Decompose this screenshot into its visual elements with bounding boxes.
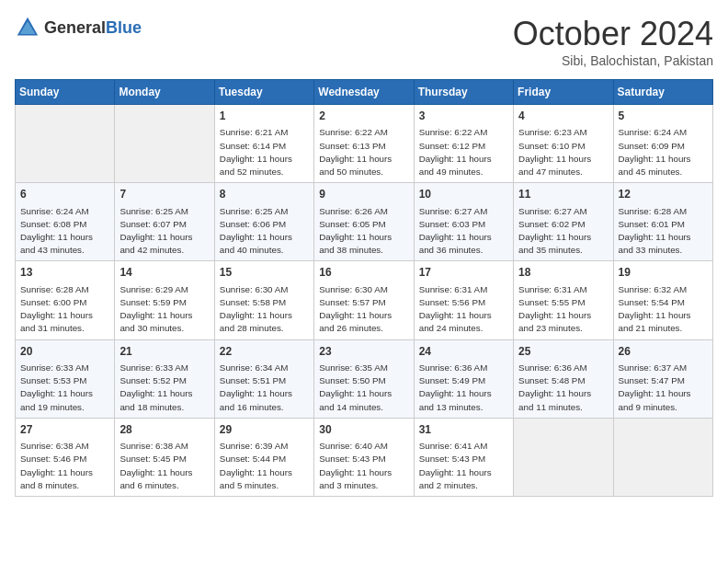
calendar-cell: 4Sunrise: 6:23 AMSunset: 6:10 PMDaylight…	[514, 105, 613, 183]
calendar-cell: 22Sunrise: 6:34 AMSunset: 5:51 PMDayligh…	[214, 339, 313, 418]
day-number: 15	[220, 265, 309, 281]
day-info: Sunrise: 6:21 AMSunset: 6:14 PMDaylight:…	[220, 126, 309, 178]
day-number: 25	[518, 344, 608, 360]
day-info: Sunrise: 6:33 AMSunset: 5:53 PMDaylight:…	[20, 362, 109, 414]
location-subtitle: Sibi, Balochistan, Pakistan	[513, 53, 713, 68]
calendar-cell: 19Sunrise: 6:32 AMSunset: 5:54 PMDayligh…	[613, 261, 712, 339]
calendar-cell: 28Sunrise: 6:38 AMSunset: 5:45 PMDayligh…	[115, 418, 214, 496]
calendar-cell: 24Sunrise: 6:36 AMSunset: 5:49 PMDayligh…	[414, 339, 513, 418]
day-info: Sunrise: 6:24 AMSunset: 6:08 PMDaylight:…	[20, 205, 109, 258]
calendar-week-row: 27Sunrise: 6:38 AMSunset: 5:46 PMDayligh…	[16, 418, 713, 496]
day-info: Sunrise: 6:31 AMSunset: 5:55 PMDaylight:…	[518, 283, 608, 336]
day-number: 1	[220, 109, 309, 124]
day-number: 27	[20, 422, 109, 438]
day-number: 7	[119, 187, 209, 202]
day-number: 19	[619, 265, 708, 281]
logo: GeneralBlue	[15, 15, 142, 40]
calendar-cell	[115, 105, 214, 183]
day-number: 30	[319, 422, 408, 438]
calendar-cell: 25Sunrise: 6:36 AMSunset: 5:48 PMDayligh…	[514, 339, 613, 418]
day-header-tuesday: Tuesday	[214, 80, 313, 105]
day-info: Sunrise: 6:29 AMSunset: 5:59 PMDaylight:…	[119, 283, 209, 336]
day-number: 2	[319, 109, 408, 124]
title-area: October 2024 Sibi, Balochistan, Pakistan	[513, 15, 713, 68]
calendar-cell: 16Sunrise: 6:30 AMSunset: 5:57 PMDayligh…	[314, 261, 414, 339]
day-info: Sunrise: 6:36 AMSunset: 5:49 PMDaylight:…	[419, 362, 508, 414]
calendar-week-row: 1Sunrise: 6:21 AMSunset: 6:14 PMDaylight…	[16, 105, 713, 183]
calendar-cell: 2Sunrise: 6:22 AMSunset: 6:13 PMDaylight…	[314, 105, 414, 183]
calendar-cell: 7Sunrise: 6:25 AMSunset: 6:07 PMDaylight…	[115, 183, 214, 261]
day-info: Sunrise: 6:22 AMSunset: 6:13 PMDaylight:…	[319, 126, 408, 178]
day-number: 28	[119, 422, 209, 438]
day-number: 24	[419, 344, 508, 360]
day-number: 16	[319, 265, 408, 281]
calendar-cell: 14Sunrise: 6:29 AMSunset: 5:59 PMDayligh…	[115, 261, 214, 339]
day-header-thursday: Thursday	[414, 80, 513, 105]
day-header-sunday: Sunday	[16, 80, 115, 105]
calendar-cell: 30Sunrise: 6:40 AMSunset: 5:43 PMDayligh…	[314, 418, 414, 496]
day-number: 9	[319, 187, 408, 202]
day-header-saturday: Saturday	[613, 80, 712, 105]
calendar-cell: 21Sunrise: 6:33 AMSunset: 5:52 PMDayligh…	[115, 339, 214, 418]
day-info: Sunrise: 6:40 AMSunset: 5:43 PMDaylight:…	[319, 440, 408, 492]
day-info: Sunrise: 6:30 AMSunset: 5:58 PMDaylight:…	[220, 283, 309, 336]
day-info: Sunrise: 6:35 AMSunset: 5:50 PMDaylight:…	[319, 362, 408, 414]
day-info: Sunrise: 6:33 AMSunset: 5:52 PMDaylight:…	[119, 362, 209, 414]
day-info: Sunrise: 6:22 AMSunset: 6:12 PMDaylight:…	[419, 126, 508, 178]
calendar-cell: 6Sunrise: 6:24 AMSunset: 6:08 PMDaylight…	[16, 183, 115, 261]
calendar-cell: 23Sunrise: 6:35 AMSunset: 5:50 PMDayligh…	[314, 339, 414, 418]
day-info: Sunrise: 6:27 AMSunset: 6:02 PMDaylight:…	[518, 205, 608, 258]
day-number: 3	[419, 109, 508, 124]
calendar-week-row: 13Sunrise: 6:28 AMSunset: 6:00 PMDayligh…	[16, 261, 713, 339]
logo-text-general: General	[44, 18, 106, 37]
day-info: Sunrise: 6:31 AMSunset: 5:56 PMDaylight:…	[419, 283, 508, 336]
month-title: October 2024	[513, 15, 713, 53]
logo-icon	[15, 15, 40, 40]
day-info: Sunrise: 6:38 AMSunset: 5:45 PMDaylight:…	[119, 440, 209, 492]
day-number: 12	[619, 187, 708, 202]
day-info: Sunrise: 6:41 AMSunset: 5:43 PMDaylight:…	[419, 440, 508, 492]
day-number: 26	[619, 344, 708, 360]
day-info: Sunrise: 6:27 AMSunset: 6:03 PMDaylight:…	[419, 205, 508, 258]
calendar-week-row: 20Sunrise: 6:33 AMSunset: 5:53 PMDayligh…	[16, 339, 713, 418]
calendar-cell: 27Sunrise: 6:38 AMSunset: 5:46 PMDayligh…	[16, 418, 115, 496]
calendar-cell	[613, 418, 712, 496]
calendar-cell: 13Sunrise: 6:28 AMSunset: 6:00 PMDayligh…	[16, 261, 115, 339]
day-info: Sunrise: 6:38 AMSunset: 5:46 PMDaylight:…	[20, 440, 109, 492]
calendar-cell	[514, 418, 613, 496]
day-number: 14	[119, 265, 209, 281]
day-info: Sunrise: 6:25 AMSunset: 6:06 PMDaylight:…	[220, 205, 309, 258]
calendar-cell: 8Sunrise: 6:25 AMSunset: 6:06 PMDaylight…	[214, 183, 313, 261]
day-info: Sunrise: 6:26 AMSunset: 6:05 PMDaylight:…	[319, 205, 408, 258]
day-number: 17	[419, 265, 508, 281]
day-info: Sunrise: 6:30 AMSunset: 5:57 PMDaylight:…	[319, 283, 408, 336]
day-number: 31	[419, 422, 508, 438]
calendar-cell: 20Sunrise: 6:33 AMSunset: 5:53 PMDayligh…	[16, 339, 115, 418]
calendar-cell: 10Sunrise: 6:27 AMSunset: 6:03 PMDayligh…	[414, 183, 513, 261]
day-number: 10	[419, 187, 508, 202]
day-number: 8	[220, 187, 309, 202]
day-number: 18	[518, 265, 608, 281]
day-number: 11	[518, 187, 608, 202]
calendar-cell: 18Sunrise: 6:31 AMSunset: 5:55 PMDayligh…	[514, 261, 613, 339]
day-info: Sunrise: 6:37 AMSunset: 5:47 PMDaylight:…	[619, 362, 708, 414]
calendar-cell: 29Sunrise: 6:39 AMSunset: 5:44 PMDayligh…	[214, 418, 313, 496]
day-info: Sunrise: 6:32 AMSunset: 5:54 PMDaylight:…	[619, 283, 708, 336]
day-number: 23	[319, 344, 408, 360]
calendar-cell: 5Sunrise: 6:24 AMSunset: 6:09 PMDaylight…	[613, 105, 712, 183]
page-header: GeneralBlue October 2024 Sibi, Balochist…	[15, 15, 713, 68]
calendar-cell: 12Sunrise: 6:28 AMSunset: 6:01 PMDayligh…	[613, 183, 712, 261]
day-number: 21	[119, 344, 209, 360]
day-info: Sunrise: 6:39 AMSunset: 5:44 PMDaylight:…	[220, 440, 309, 492]
calendar-header-row: SundayMondayTuesdayWednesdayThursdayFrid…	[16, 80, 713, 105]
day-number: 5	[619, 109, 708, 124]
calendar-cell: 26Sunrise: 6:37 AMSunset: 5:47 PMDayligh…	[613, 339, 712, 418]
day-header-wednesday: Wednesday	[314, 80, 414, 105]
day-info: Sunrise: 6:36 AMSunset: 5:48 PMDaylight:…	[518, 362, 608, 414]
calendar-cell: 15Sunrise: 6:30 AMSunset: 5:58 PMDayligh…	[214, 261, 313, 339]
day-info: Sunrise: 6:28 AMSunset: 6:00 PMDaylight:…	[20, 283, 109, 336]
calendar-cell: 31Sunrise: 6:41 AMSunset: 5:43 PMDayligh…	[414, 418, 513, 496]
day-header-friday: Friday	[514, 80, 613, 105]
day-info: Sunrise: 6:34 AMSunset: 5:51 PMDaylight:…	[220, 362, 309, 414]
day-info: Sunrise: 6:24 AMSunset: 6:09 PMDaylight:…	[619, 126, 708, 178]
